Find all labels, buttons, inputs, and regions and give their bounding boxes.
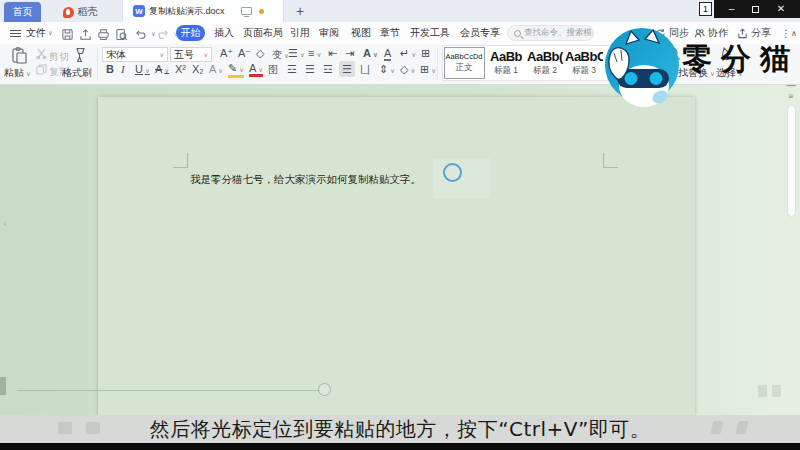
undo-dropdown[interactable]: ∨	[151, 30, 156, 38]
menu-references[interactable]: 引用	[290, 22, 310, 44]
title-bar: 首页 稻壳 W 复制粘贴演示.docx + 1 – ✕	[0, 0, 800, 22]
click-indicator	[443, 163, 462, 182]
clear-format-icon[interactable]: ◇	[256, 47, 264, 60]
redo-icon[interactable]	[157, 27, 170, 40]
format-painter-icon[interactable]	[72, 47, 88, 63]
subtitle-text: 然后将光标定位到要粘贴的地方，按下“Ctrl+V”即可。	[150, 416, 651, 443]
style-heading3[interactable]: AaBbC( 标题 3	[564, 47, 604, 79]
touch-highlight	[433, 158, 490, 198]
video-progress-knob[interactable]	[318, 383, 331, 396]
superscript-icon[interactable]: X²	[175, 63, 186, 75]
text-effects-icon[interactable]: A∨	[209, 63, 223, 75]
copy-icon[interactable]	[36, 64, 47, 75]
enclose-char-icon[interactable]: 囹	[268, 63, 278, 77]
undo-icon[interactable]	[134, 27, 147, 40]
hamburger-icon	[10, 30, 21, 37]
align-center-icon[interactable]: ☰	[305, 63, 315, 76]
save-icon[interactable]	[61, 27, 74, 40]
new-tab-button[interactable]: +	[291, 2, 309, 20]
ghost-statusbar-icon1	[58, 422, 72, 434]
wrap-icon[interactable]: ↵∨	[400, 47, 416, 60]
font-color-icon[interactable]: A∨	[249, 62, 263, 77]
minimize-button[interactable]: –	[729, 4, 735, 14]
style-heading1[interactable]: AaBb 标题 1	[486, 47, 526, 79]
command-search-input[interactable]: 查找命令、搜索模板	[507, 25, 594, 41]
ghost-icon-b	[772, 385, 781, 397]
paste-button[interactable]: 粘贴∨	[4, 66, 31, 80]
strikethrough-icon[interactable]: A∨	[155, 63, 169, 75]
vertical-scrollbar[interactable]	[787, 105, 796, 217]
char-scale-icon[interactable]: A	[384, 47, 391, 61]
tab-document[interactable]: W 复制粘贴演示.docx	[122, 0, 284, 22]
docer-icon	[63, 7, 74, 18]
line-spacing-icon[interactable]: ⇕∨	[379, 63, 395, 76]
italic-icon[interactable]: I	[121, 63, 125, 75]
justify-icon[interactable]: ☰	[342, 63, 352, 76]
menu-insert[interactable]: 插入	[214, 22, 234, 44]
distribute-icon[interactable]: 凵	[360, 63, 370, 77]
phonetic-icon[interactable]: 变∨	[272, 48, 289, 62]
align-left-icon[interactable]: ☲	[287, 63, 297, 76]
style-body[interactable]: AaBbCcDd 正文	[444, 47, 484, 79]
format-painter-button[interactable]: 格式刷	[62, 66, 92, 80]
tab-docer[interactable]: 稻壳	[44, 2, 116, 22]
document-page[interactable]: 我是零分猫七号，给大家演示如何复制粘贴文字。	[98, 97, 695, 415]
shrink-font-icon[interactable]: A⁻	[238, 47, 251, 60]
wps-writer-icon: W	[133, 5, 145, 17]
cut-icon[interactable]	[36, 48, 47, 59]
window-controls: – ✕	[714, 0, 800, 18]
subscript-icon[interactable]: X₂	[192, 63, 204, 75]
ribbon-separator	[97, 48, 98, 80]
underline-icon[interactable]: U∨	[135, 63, 150, 75]
brand-logo-text: 零分猫	[682, 39, 799, 80]
menu-member[interactable]: 会员专享	[460, 22, 500, 44]
close-button[interactable]: ✕	[777, 4, 785, 14]
file-menu[interactable]: 文件 ∨	[10, 22, 53, 44]
text-direction-icon[interactable]: A∨	[363, 47, 378, 59]
menu-start[interactable]: 开始	[176, 25, 205, 41]
highlight-color-icon[interactable]: ✎∨	[228, 62, 244, 78]
ghost-statusbar-icon2	[86, 422, 100, 434]
grow-font-icon[interactable]: A⁺	[220, 47, 233, 60]
export-icon[interactable]	[79, 27, 92, 40]
page-nav-left-icon[interactable]: ‹	[3, 217, 7, 229]
video-progress-line	[17, 390, 320, 391]
font-name-select[interactable]: 宋体∨	[102, 47, 168, 62]
paste-icon[interactable]	[10, 47, 28, 64]
left-edge-patch	[0, 377, 6, 395]
bottom-strip	[0, 443, 800, 450]
style-heading2[interactable]: AaBb( 标题 2	[525, 47, 565, 79]
menu-page-layout[interactable]: 页面布局	[243, 22, 283, 44]
border-icon[interactable]: ⊞∨	[420, 63, 436, 76]
menu-dev-tools[interactable]: 开发工具	[410, 22, 450, 44]
print-preview-icon[interactable]	[115, 27, 128, 40]
maximize-button[interactable]	[752, 6, 759, 13]
share-icon	[737, 28, 748, 39]
mascot-cat-logo	[604, 26, 682, 118]
document-text[interactable]: 我是零分猫七号，给大家演示如何复制粘贴文字。	[190, 173, 421, 187]
document-area: 我是零分猫七号，给大家演示如何复制粘贴文字。 ‹ ▔▔⊞	[0, 85, 800, 415]
search-icon	[514, 30, 521, 37]
menu-view[interactable]: 视图	[351, 22, 371, 44]
cut-button[interactable]: 剪切	[49, 50, 69, 64]
menu-review[interactable]: 审阅	[319, 22, 339, 44]
number-list-icon[interactable]: ≡∨	[308, 47, 321, 59]
shading-icon[interactable]: ◇∨	[400, 63, 415, 76]
monitor-icon	[241, 7, 252, 15]
tab-home[interactable]: 首页	[4, 2, 41, 22]
collaborate-icon	[694, 28, 705, 39]
align-right-icon[interactable]: ☲	[323, 63, 333, 76]
increase-indent-icon[interactable]: ⇥	[345, 47, 354, 60]
bold-icon[interactable]: B	[106, 63, 114, 75]
style-gallery: AaBbCcDd 正文 AaBb 标题 1 AaBb( 标题 2 AaBbC( …	[442, 45, 614, 81]
font-size-select[interactable]: 五号∨	[170, 47, 212, 62]
decrease-indent-icon[interactable]: ⇤	[328, 47, 337, 60]
scrollbar-top-icons[interactable]: ▔▔⊞	[783, 86, 799, 104]
margin-mark-topleft	[173, 153, 188, 168]
table-grid-icon[interactable]: ⊞	[421, 47, 430, 60]
margin-mark-topright	[603, 153, 618, 168]
menu-section[interactable]: 章节	[380, 22, 400, 44]
print-icon[interactable]	[97, 27, 110, 40]
bullet-list-icon[interactable]: ☰∨	[288, 47, 305, 60]
subtitle-bar: 然后将光标定位到要粘贴的地方，按下“Ctrl+V”即可。	[0, 415, 800, 443]
